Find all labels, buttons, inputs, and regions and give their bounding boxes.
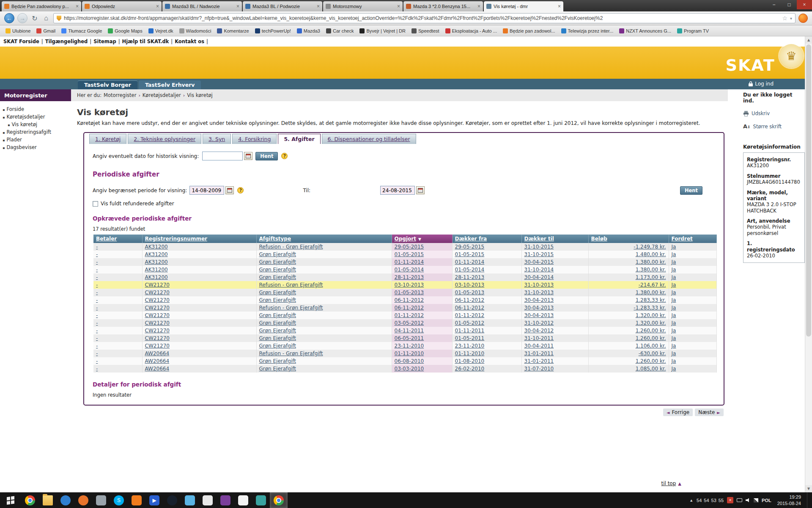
opgjort-link[interactable]: 01-11-2010 <box>395 351 424 356</box>
afgiftstype-link[interactable]: Grøn Ejerafgift <box>259 320 296 326</box>
daekker-fra-link[interactable]: 01-11-2011 <box>455 328 485 334</box>
column-header[interactable]: Dækker til▼ <box>521 235 588 243</box>
taskbar-app[interactable] <box>57 492 74 508</box>
daekker-til-link[interactable]: 31-10-2015 <box>524 244 554 250</box>
beloeb-link[interactable]: -630,00 kr. <box>639 351 666 356</box>
back-button[interactable]: ← <box>4 13 14 23</box>
betaler-link[interactable]: - <box>96 297 98 303</box>
betaler-link[interactable]: - <box>96 290 98 295</box>
daekker-til-link[interactable]: 31-10-2013 <box>524 290 554 295</box>
afgiftstype-link[interactable]: Grøn Ejerafgift <box>259 267 296 273</box>
afgiftstype-link[interactable]: Refusion - Grøn Ejerafgift <box>259 351 323 356</box>
period-from-input[interactable] <box>189 186 224 195</box>
daekker-til-link[interactable]: 30-04-2013 <box>524 305 554 311</box>
afgiftstype-link[interactable]: Grøn Ejerafgift <box>259 251 296 257</box>
column-header[interactable]: Opgjort▼ <box>392 235 452 243</box>
taskbar-app[interactable] <box>252 492 270 508</box>
top-link[interactable]: Hjælp til SKAT.dk <box>122 39 169 44</box>
regnr-link[interactable]: AW20664 <box>145 366 170 372</box>
regnr-link[interactable]: AK31200 <box>145 259 168 265</box>
column-header[interactable]: Betaler▼ <box>93 235 142 243</box>
tray-expand-icon[interactable]: ▲ <box>689 498 693 502</box>
beloeb-link[interactable]: 1.106,00 kr. <box>636 343 666 349</box>
bookmark-item[interactable]: NZXT Announces G... <box>616 27 674 35</box>
fordret-link[interactable]: Ja <box>672 305 676 311</box>
fordret-link[interactable]: Ja <box>672 351 676 356</box>
daekker-til-link[interactable]: 31-07-2010 <box>524 366 554 372</box>
taskbar-app[interactable]: S <box>110 492 128 508</box>
bookmark-star-icon[interactable]: ☆ <box>782 15 787 22</box>
fordret-link[interactable]: Ja <box>672 282 676 288</box>
fordret-link[interactable]: Ja <box>672 297 676 303</box>
vehicle-tab[interactable]: 2. Tekniske oplysninger <box>128 134 201 144</box>
fordret-link[interactable]: Ja <box>672 312 676 318</box>
network-icon[interactable] <box>754 498 758 502</box>
afgiftstype-link[interactable]: Grøn Ejerafgift <box>259 343 296 349</box>
url-dropdown-icon[interactable]: ▾ <box>790 16 792 21</box>
opgjort-link[interactable]: 01-11-2014 <box>395 259 424 265</box>
browser-tab[interactable]: Vis køretøj - dmr × <box>484 1 563 11</box>
opgjort-link[interactable]: 03-05-2012 <box>395 320 424 326</box>
vehicle-tab[interactable]: 1. Køretøj <box>89 134 126 144</box>
period-to-input[interactable] <box>380 186 415 195</box>
opgjort-link[interactable]: 01-11-2012 <box>395 312 424 318</box>
daekker-fra-link[interactable]: 01-05-2011 <box>455 335 485 341</box>
bookmark-item[interactable]: Wiadomości <box>176 27 214 35</box>
fordret-link[interactable]: Ja <box>672 267 676 273</box>
previous-button[interactable]: ◄ Forrige <box>663 409 693 416</box>
fordret-link[interactable]: Ja <box>672 259 676 265</box>
fordret-link[interactable]: Ja <box>672 335 676 341</box>
daekker-fra-link[interactable]: 01-05-2012 <box>455 320 485 326</box>
sidebar-item-label[interactable]: Plader <box>6 137 22 143</box>
afgiftstype-link[interactable]: Refusion - Grøn Ejerafgift <box>259 305 323 311</box>
betaler-link[interactable]: - <box>96 244 98 250</box>
bookmark-item[interactable]: Ulubione <box>3 27 33 35</box>
column-header[interactable]: Beløb▼ <box>588 235 669 243</box>
bookmark-item[interactable]: Vejret.dk <box>145 27 176 35</box>
fordret-link[interactable]: Ja <box>672 274 676 280</box>
betaler-link[interactable]: - <box>96 305 98 311</box>
daekker-fra-link[interactable]: 26-02-2010 <box>455 366 485 372</box>
browser-tab[interactable]: Mazda3 BL / Podwozie × <box>243 1 322 11</box>
start-button[interactable] <box>0 492 21 508</box>
opgjort-link[interactable]: 06-08-2010 <box>395 358 424 364</box>
browser-tab[interactable]: Odpowiedz × <box>82 1 162 11</box>
taskbar-app[interactable] <box>128 492 145 508</box>
beloeb-link[interactable]: 1.085,00 kr. <box>636 366 666 372</box>
taskbar-app[interactable] <box>199 492 217 508</box>
opgjort-link[interactable]: 06-11-2012 <box>395 297 424 303</box>
daekker-fra-link[interactable]: 01-05-2013 <box>455 290 485 295</box>
tab-close-icon[interactable]: × <box>156 3 159 9</box>
bookmark-item[interactable]: Program TV <box>674 27 712 35</box>
opgjort-link[interactable]: 06-11-2012 <box>395 305 424 311</box>
betaler-link[interactable]: - <box>96 351 98 356</box>
daekker-til-link[interactable]: 30-04-2015 <box>524 259 554 265</box>
beloeb-link[interactable]: -1.283,33 kr. <box>634 305 666 311</box>
help-icon[interactable]: ? <box>281 153 288 159</box>
afgiftstype-link[interactable]: Grøn Ejerafgift <box>259 274 296 280</box>
to-top-link[interactable]: til top <box>661 480 676 486</box>
bookmark-item[interactable]: Komentarze <box>214 27 252 35</box>
betaler-link[interactable]: - <box>96 259 98 265</box>
beloeb-link[interactable]: 1.480,00 kr. <box>636 251 666 257</box>
bookmark-item[interactable]: Google Maps <box>105 27 145 35</box>
taskbar-app[interactable]: ▶ <box>145 492 163 508</box>
sidebar-item-label[interactable]: Registreringsafgift <box>6 129 51 135</box>
opgjort-link[interactable]: 06-05-2011 <box>395 335 424 341</box>
betaler-link[interactable]: - <box>96 328 98 334</box>
beloeb-link[interactable]: 1.260,00 kr. <box>636 328 666 334</box>
scrollbar-thumb[interactable] <box>806 44 811 337</box>
help-icon[interactable]: ? <box>237 187 244 193</box>
taskbar-app[interactable] <box>163 492 181 508</box>
tab-close-icon[interactable]: × <box>397 3 400 9</box>
browser-tab[interactable]: Mazda 3 *2.0 Benzyna 15... × <box>403 1 483 11</box>
close-button[interactable]: × <box>797 0 812 9</box>
daekker-fra-link[interactable]: 01-11-2012 <box>455 312 485 318</box>
breadcrumb-link[interactable]: Køretøjsdetaljer <box>143 92 181 98</box>
fordret-link[interactable]: Ja <box>672 366 676 372</box>
volume-icon[interactable] <box>746 498 750 502</box>
afgiftstype-link[interactable]: Refusion - Grøn Ejerafgift <box>259 282 323 288</box>
keyboard-tray-icon[interactable] <box>737 498 742 502</box>
beloeb-link[interactable]: 1.320,00 kr. <box>636 312 666 318</box>
daekker-til-link[interactable]: 31-10-2012 <box>524 320 554 326</box>
